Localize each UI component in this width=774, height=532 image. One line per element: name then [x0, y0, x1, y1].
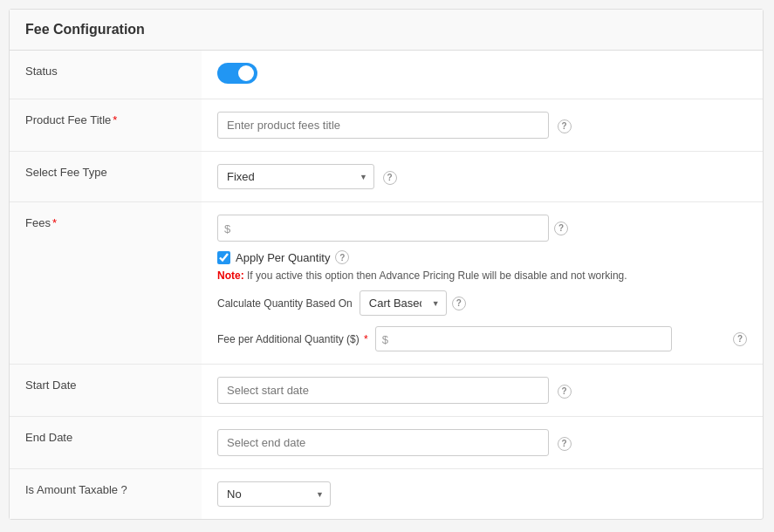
status-label: Status — [10, 51, 202, 99]
start-date-label: Start Date — [10, 365, 202, 417]
start-date-help-icon[interactable]: ? — [558, 385, 572, 399]
form-table: Status Product Fee Title* ? — [10, 51, 763, 519]
product-fee-title-label: Product Fee Title* — [10, 99, 202, 152]
fees-cell: $ ? Apply Per Quantity ? Note: If you ac… — [202, 202, 763, 365]
apply-per-qty-row: Apply Per Quantity ? — [217, 250, 747, 264]
taxable-select[interactable]: No Yes — [217, 481, 331, 507]
fee-additional-input[interactable] — [375, 326, 672, 351]
taxable-select-wrapper: No Yes — [217, 481, 331, 507]
end-date-input[interactable] — [217, 429, 549, 456]
fee-additional-required: * — [364, 333, 368, 345]
select-fee-type-label: Select Fee Type — [10, 152, 202, 202]
product-fee-title-cell: ? — [202, 99, 763, 152]
required-star: * — [113, 113, 117, 126]
start-date-input[interactable] — [217, 377, 549, 404]
fee-type-help-icon[interactable]: ? — [383, 171, 397, 185]
fees-input[interactable] — [217, 215, 549, 242]
is-amount-taxable-cell: No Yes — [202, 469, 763, 520]
fees-row: Fees* $ ? Apply Per Quantity ? — [10, 202, 763, 365]
fee-additional-label: Fee per Additional Quantity ($) * — [217, 333, 368, 345]
note-label: Note: — [217, 269, 244, 282]
fees-label: Fees* — [10, 202, 202, 365]
toggle-slider — [217, 63, 257, 84]
panel-title: Fee Configuration — [25, 22, 747, 38]
select-fee-type-row: Select Fee Type Fixed Percentage ? — [10, 152, 763, 202]
note-text: Note: If you active this option then Adv… — [217, 269, 747, 282]
fee-additional-currency: $ — [382, 332, 388, 345]
product-fee-title-help-icon[interactable]: ? — [558, 119, 572, 133]
select-fee-type-cell: Fixed Percentage ? — [202, 152, 763, 202]
calc-qty-select-wrapper: Cart Based Product Based — [360, 290, 447, 316]
calc-qty-help-icon[interactable]: ? — [452, 297, 466, 310]
fees-help-icon[interactable]: ? — [554, 222, 568, 235]
note-content: If you active this option then Advance P… — [247, 269, 627, 282]
is-amount-taxable-row: Is Amount Taxable ? No Yes — [10, 469, 763, 520]
status-toggle[interactable] — [217, 63, 257, 84]
is-amount-taxable-label: Is Amount Taxable ? — [10, 469, 202, 520]
apply-per-qty-help-icon[interactable]: ? — [335, 250, 349, 264]
status-row: Status — [10, 51, 763, 99]
end-date-cell: ? — [202, 417, 763, 469]
apply-per-quantity-checkbox[interactable] — [217, 251, 230, 264]
calc-qty-row: Calculate Quantity Based On Cart Based P… — [217, 290, 747, 316]
status-cell — [202, 51, 763, 99]
fee-configuration-panel: Fee Configuration Status Product Fee Tit… — [9, 9, 764, 520]
fee-additional-input-wrap: $ — [375, 326, 728, 351]
calc-qty-select[interactable]: Cart Based Product Based — [360, 290, 447, 316]
end-date-row: End Date ? — [10, 417, 763, 469]
fees-currency-wrap: $ — [217, 215, 549, 242]
fees-input-row: $ ? — [217, 215, 747, 242]
panel-header: Fee Configuration — [10, 10, 763, 51]
fee-type-select[interactable]: Fixed Percentage — [217, 164, 374, 189]
end-date-help-icon[interactable]: ? — [558, 437, 572, 451]
fee-additional-row: Fee per Additional Quantity ($) * $ ? — [217, 326, 747, 351]
product-fee-title-input[interactable] — [217, 112, 549, 139]
fee-additional-help-icon[interactable]: ? — [733, 332, 747, 346]
end-date-label: End Date — [10, 417, 202, 469]
fees-required-star: * — [52, 216, 57, 229]
start-date-row: Start Date ? — [10, 365, 763, 417]
calc-qty-label: Calculate Quantity Based On — [217, 297, 353, 310]
fees-currency-symbol: $ — [224, 222, 230, 235]
fee-type-select-wrapper: Fixed Percentage — [217, 164, 374, 189]
product-fee-title-row: Product Fee Title* ? — [10, 99, 763, 152]
start-date-cell: ? — [202, 365, 763, 417]
apply-per-qty-label: Apply Per Quantity — [236, 251, 330, 264]
